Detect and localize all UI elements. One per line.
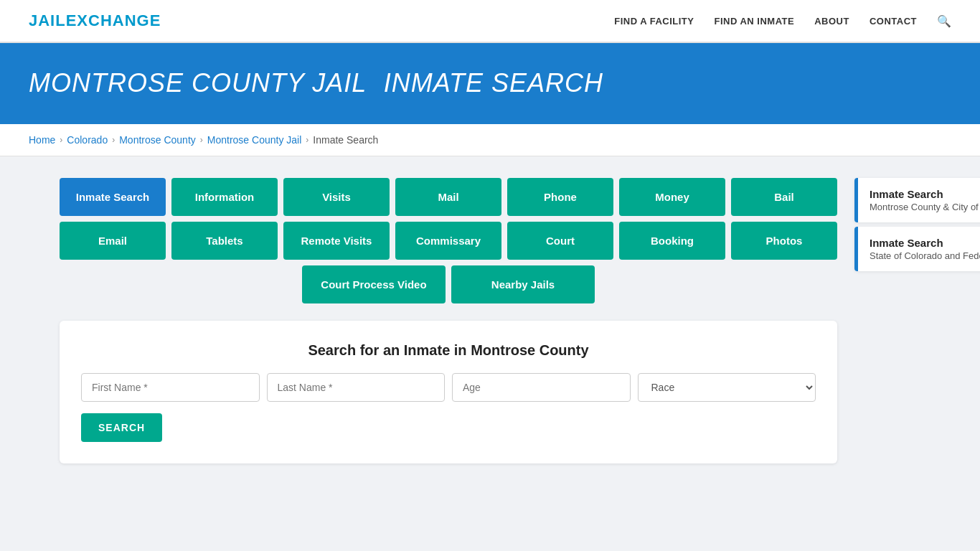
content-left: Inmate Search Information Visits Mail Ph… — [60, 178, 837, 463]
nav-about[interactable]: ABOUT — [814, 16, 849, 27]
btn-money[interactable]: Money — [619, 178, 725, 216]
btn-remote-visits[interactable]: Remote Visits — [283, 222, 390, 260]
breadcrumb-home[interactable]: Home — [29, 134, 55, 146]
btn-bail[interactable]: Bail — [731, 178, 837, 216]
btn-email[interactable]: Email — [60, 222, 166, 260]
sidebar-item-1-subtitle: Montrose County & City of Montrose — [870, 202, 980, 212]
age-input[interactable] — [452, 373, 631, 402]
btn-booking[interactable]: Booking — [619, 222, 725, 260]
breadcrumb-current: Inmate Search — [313, 134, 378, 146]
btn-inmate-search[interactable]: Inmate Search — [60, 178, 166, 216]
breadcrumb-montrose-county[interactable]: Montrose County — [119, 134, 196, 146]
btn-nearby-jails[interactable]: Nearby Jails — [451, 265, 595, 303]
search-button[interactable]: SEARCH — [81, 413, 162, 442]
page-title-main: Montrose County Jail — [29, 68, 367, 98]
page-title-italic: INMATE SEARCH — [384, 68, 603, 98]
nav-find-facility[interactable]: FIND A FACILITY — [614, 16, 694, 27]
sidebar-item-2-subtitle: State of Colorado and Federal Lockups — [870, 250, 980, 261]
breadcrumb-sep-4: › — [306, 135, 308, 145]
breadcrumb-sep-1: › — [60, 135, 62, 145]
sidebar-item-2-text: Inmate Search State of Colorado and Fede… — [870, 237, 980, 261]
hero-banner: Montrose County Jail INMATE SEARCH — [0, 43, 980, 124]
logo-jail: JAIL — [29, 11, 66, 29]
btn-tablets[interactable]: Tablets — [171, 222, 278, 260]
sidebar-item-2-title: Inmate Search — [870, 237, 980, 249]
breadcrumb-sep-2: › — [112, 135, 115, 145]
sidebar-item-1-title: Inmate Search — [870, 188, 980, 200]
search-icon[interactable]: 🔍 — [937, 14, 951, 28]
sidebar-item-1-text: Inmate Search Montrose County & City of … — [870, 188, 980, 212]
breadcrumb: Home › Colorado › Montrose County › Mont… — [0, 124, 980, 156]
btn-information[interactable]: Information — [171, 178, 278, 216]
race-select[interactable]: Race White Black Hispanic Asian Other — [638, 373, 816, 402]
sidebar-item-1-header[interactable]: Inmate Search Montrose County & City of … — [854, 178, 980, 222]
page-title: Montrose County Jail INMATE SEARCH — [29, 65, 951, 99]
sidebar: Inmate Search Montrose County & City of … — [854, 178, 980, 276]
search-fields: Race White Black Hispanic Asian Other — [81, 373, 816, 402]
btn-court[interactable]: Court — [507, 222, 613, 260]
nav-row-2: Email Tablets Remote Visits Commissary C… — [60, 222, 837, 260]
nav-buttons-grid: Inmate Search Information Visits Mail Ph… — [60, 178, 837, 303]
sidebar-item-1: Inmate Search Montrose County & City of … — [854, 178, 980, 222]
breadcrumb-jail[interactable]: Montrose County Jail — [207, 134, 302, 146]
breadcrumb-sep-3: › — [200, 135, 203, 145]
site-logo[interactable]: JAILEXCHANGE — [29, 11, 161, 30]
btn-visits[interactable]: Visits — [283, 178, 390, 216]
btn-mail[interactable]: Mail — [395, 178, 501, 216]
btn-court-process-video[interactable]: Court Process Video — [302, 265, 446, 303]
sidebar-item-2: Inmate Search State of Colorado and Fede… — [854, 227, 980, 271]
main-nav: FIND A FACILITY FIND AN INMATE ABOUT CON… — [614, 14, 951, 28]
search-title: Search for an Inmate in Montrose County — [81, 342, 816, 359]
btn-photos[interactable]: Photos — [731, 222, 837, 260]
nav-row-1: Inmate Search Information Visits Mail Ph… — [60, 178, 837, 216]
search-card: Search for an Inmate in Montrose County … — [60, 321, 837, 463]
btn-commissary[interactable]: Commissary — [395, 222, 501, 260]
main-content: Inmate Search Information Visits Mail Ph… — [31, 156, 949, 485]
last-name-input[interactable] — [267, 373, 446, 402]
first-name-input[interactable] — [81, 373, 260, 402]
site-header: JAILEXCHANGE FIND A FACILITY FIND AN INM… — [0, 0, 980, 43]
sidebar-item-2-header[interactable]: Inmate Search State of Colorado and Fede… — [854, 227, 980, 271]
btn-phone[interactable]: Phone — [507, 178, 613, 216]
logo-exchange: EXCHANGE — [66, 11, 161, 29]
breadcrumb-colorado[interactable]: Colorado — [67, 134, 108, 146]
nav-contact[interactable]: CONTACT — [870, 16, 917, 27]
nav-find-inmate[interactable]: FIND AN INMATE — [714, 16, 794, 27]
nav-row-3: Court Process Video Nearby Jails — [60, 265, 837, 303]
